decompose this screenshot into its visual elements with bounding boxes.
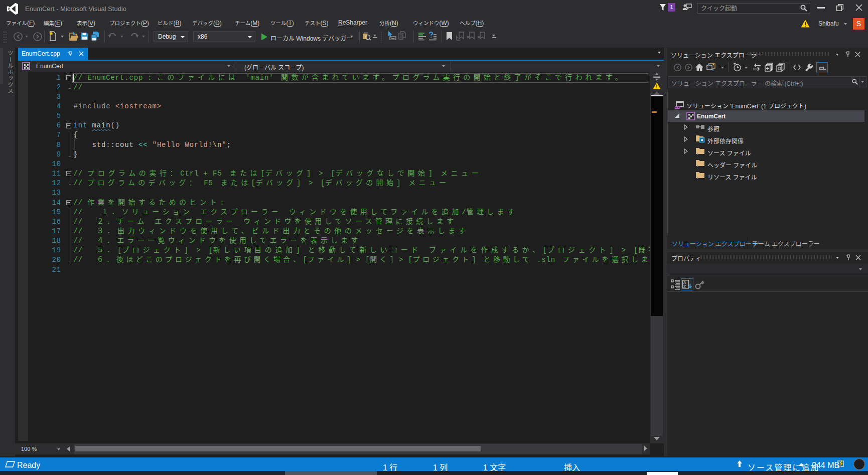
svg-text:Z: Z xyxy=(683,284,686,289)
